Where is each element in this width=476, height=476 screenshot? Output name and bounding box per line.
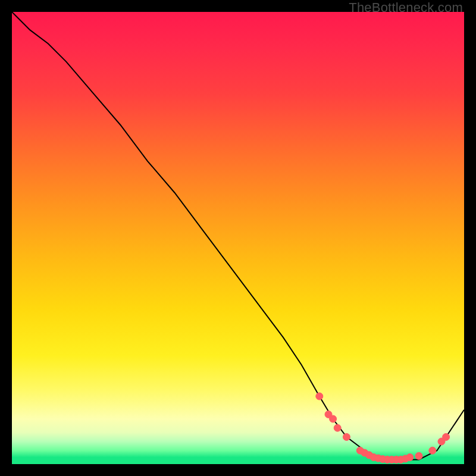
marker-point	[443, 433, 450, 440]
marker-point	[330, 415, 337, 422]
bottleneck-curve	[12, 12, 464, 459]
marker-point	[316, 393, 323, 400]
marker-group	[316, 393, 450, 463]
marker-point	[406, 454, 414, 461]
marker-point	[415, 452, 422, 459]
marker-point	[343, 433, 350, 440]
marker-point	[334, 424, 341, 431]
chart-frame: TheBottleneck.com	[0, 0, 476, 476]
curve-svg	[12, 12, 464, 464]
plot-area	[12, 12, 464, 464]
marker-point	[429, 447, 436, 454]
